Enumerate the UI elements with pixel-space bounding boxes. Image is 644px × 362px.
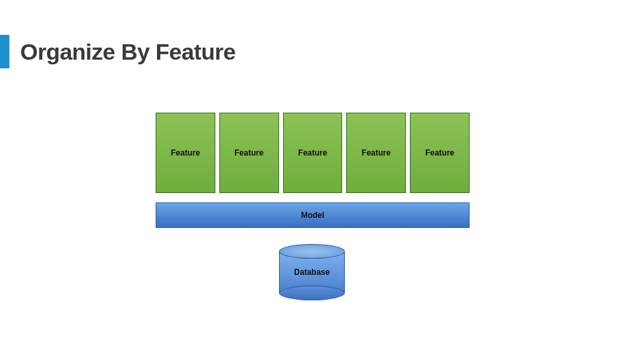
model-label: Model <box>301 210 325 220</box>
feature-label: Feature <box>298 148 327 158</box>
feature-label: Feature <box>425 148 454 158</box>
feature-label: Feature <box>235 148 264 158</box>
model-bar: Model <box>156 202 470 228</box>
database-cylinder: Database <box>279 244 345 300</box>
feature-label: Feature <box>362 148 390 158</box>
title-block: Organize By Feature <box>0 35 235 68</box>
feature-box: Feature <box>156 113 215 193</box>
feature-box: Feature <box>283 113 343 193</box>
database-label: Database <box>279 244 345 300</box>
page-title: Organize By Feature <box>20 39 235 65</box>
feature-box: Feature <box>410 113 470 193</box>
feature-label: Feature <box>171 148 200 158</box>
features-row: Feature Feature Feature Feature Feature <box>156 113 470 193</box>
feature-box: Feature <box>219 113 279 193</box>
feature-box: Feature <box>346 113 406 193</box>
accent-bar <box>0 35 9 68</box>
slide: Organize By Feature Feature Feature Feat… <box>0 0 644 362</box>
